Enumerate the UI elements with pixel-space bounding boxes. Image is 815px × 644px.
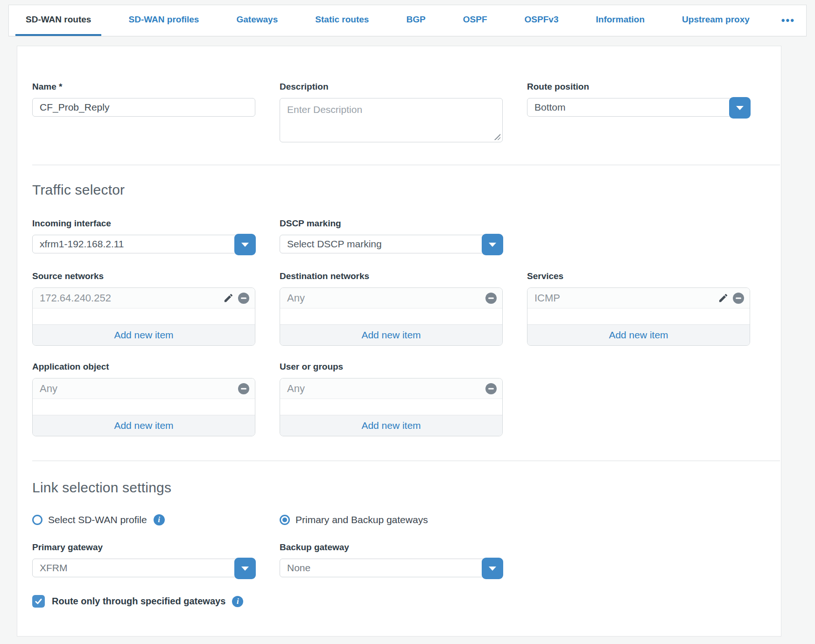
application-object-label: Application object	[32, 362, 255, 372]
tab-bar: SD-WAN routes SD-WAN profiles Gateways S…	[8, 5, 807, 36]
radio-label: Primary and Backup gateways	[295, 514, 428, 525]
destination-networks-listbox: Any Add new item	[280, 287, 503, 346]
source-networks-field-group: Source networks 172.64.240.252 Add new i…	[32, 271, 255, 346]
route-position-select[interactable]: Bottom	[527, 98, 750, 117]
dscp-marking-field-group: DSCP marking Select DSCP marking	[280, 218, 503, 253]
select-value: XFRM	[40, 562, 68, 574]
edit-icon[interactable]	[717, 293, 729, 304]
select-value: Select DSCP marking	[287, 238, 382, 250]
tab-ospf[interactable]: OSPF	[453, 5, 498, 36]
services-label: Services	[527, 271, 750, 281]
list-spacer	[280, 308, 502, 324]
sdwan-route-form: Name * Description Route position Bottom…	[17, 46, 781, 637]
list-item-text: 172.64.240.252	[40, 292, 111, 304]
chevron-down-icon[interactable]	[729, 97, 751, 119]
destination-networks-field-group: Destination networks Any Add new item	[280, 271, 503, 346]
list-item[interactable]: Any	[33, 378, 255, 399]
chevron-down-icon[interactable]	[234, 558, 256, 579]
link-selection-heading: Link selection settings	[32, 480, 749, 496]
incoming-interface-field-group: Incoming interface xfrm1-192.168.2.11	[32, 218, 255, 253]
list-item-text: ICMP	[534, 292, 560, 304]
radio-select-sdwan-profile[interactable]: Select SD-WAN profile i	[32, 514, 255, 525]
tab-sdwan-routes[interactable]: SD-WAN routes	[15, 5, 101, 36]
list-item-text: Any	[287, 383, 305, 395]
chevron-down-icon[interactable]	[482, 558, 503, 579]
radio-primary-backup-gateways[interactable]: Primary and Backup gateways	[280, 514, 503, 525]
source-networks-listbox: 172.64.240.252 Add new item	[32, 287, 255, 346]
application-object-listbox: Any Add new item	[32, 378, 255, 436]
backup-gateway-label: Backup gateway	[280, 542, 503, 553]
tab-upstream-proxy[interactable]: Upstream proxy	[672, 5, 760, 36]
user-or-groups-label: User or groups	[280, 362, 503, 372]
source-networks-label: Source networks	[32, 271, 255, 281]
select-value: None	[287, 562, 310, 574]
list-spacer	[527, 308, 750, 324]
select-value: Bottom	[534, 102, 566, 113]
user-or-groups-listbox: Any Add new item	[280, 378, 503, 436]
list-spacer	[33, 308, 255, 324]
incoming-interface-label: Incoming interface	[32, 218, 255, 229]
list-spacer	[33, 399, 255, 415]
list-item[interactable]: ICMP	[527, 288, 750, 308]
tab-gateways[interactable]: Gateways	[226, 5, 288, 36]
backup-gateway-field-group: Backup gateway None	[280, 542, 503, 577]
route-position-label: Route position	[527, 82, 750, 92]
application-object-field-group: Application object Any Add new item	[32, 362, 255, 436]
radio-selected-icon[interactable]	[280, 515, 290, 525]
remove-icon[interactable]	[733, 293, 744, 304]
incoming-interface-select[interactable]: xfrm1-192.168.2.11	[32, 235, 255, 253]
description-textarea[interactable]	[280, 98, 503, 142]
user-or-groups-field-group: User or groups Any Add new item	[280, 362, 503, 436]
tab-static-routes[interactable]: Static routes	[305, 5, 379, 36]
add-new-item-button[interactable]: Add new item	[527, 324, 750, 345]
remove-icon[interactable]	[485, 383, 497, 394]
edit-icon[interactable]	[223, 293, 234, 304]
list-item-text: Any	[40, 383, 57, 395]
select-value: xfrm1-192.168.2.11	[40, 238, 124, 250]
traffic-selector-heading: Traffic selector	[32, 182, 749, 198]
section-divider	[32, 461, 780, 461]
add-new-item-button[interactable]: Add new item	[33, 415, 255, 436]
services-listbox: ICMP Add new item	[527, 287, 750, 346]
radio-unselected-icon[interactable]	[32, 515, 42, 525]
radio-label: Select SD-WAN profile	[48, 514, 147, 525]
tab-ospfv3[interactable]: OSPFv3	[514, 5, 569, 36]
remove-icon[interactable]	[485, 293, 497, 304]
route-only-checkbox-row[interactable]: Route only through specified gateways i	[32, 595, 749, 608]
info-icon[interactable]: i	[232, 596, 243, 607]
checkbox-label: Route only through specified gateways	[52, 596, 225, 607]
description-field-group: Description	[280, 82, 503, 144]
chevron-down-icon[interactable]	[482, 234, 503, 255]
info-icon[interactable]: i	[154, 514, 165, 525]
name-input[interactable]	[32, 98, 255, 117]
primary-gateway-select[interactable]: XFRM	[32, 559, 255, 577]
tab-bgp[interactable]: BGP	[396, 5, 436, 36]
dscp-marking-label: DSCP marking	[280, 218, 503, 229]
list-item[interactable]: 172.64.240.252	[33, 288, 255, 308]
remove-icon[interactable]	[238, 293, 249, 304]
name-field-group: Name *	[32, 82, 255, 144]
remove-icon[interactable]	[238, 383, 249, 394]
name-label: Name *	[32, 82, 255, 92]
add-new-item-button[interactable]: Add new item	[280, 324, 502, 345]
list-spacer	[280, 399, 502, 415]
list-item[interactable]: Any	[280, 288, 502, 308]
primary-gateway-label: Primary gateway	[32, 542, 255, 553]
list-item-text: Any	[287, 292, 305, 304]
services-field-group: Services ICMP Add new item	[527, 271, 750, 346]
tab-sdwan-profiles[interactable]: SD-WAN profiles	[118, 5, 209, 36]
checkbox-checked-icon[interactable]	[32, 595, 45, 608]
description-label: Description	[280, 82, 503, 92]
chevron-down-icon[interactable]	[234, 234, 256, 255]
backup-gateway-select[interactable]: None	[280, 559, 503, 577]
section-divider	[32, 165, 780, 165]
route-position-field-group: Route position Bottom	[527, 82, 750, 144]
primary-gateway-field-group: Primary gateway XFRM	[32, 542, 255, 577]
add-new-item-button[interactable]: Add new item	[33, 324, 255, 345]
dscp-marking-select[interactable]: Select DSCP marking	[280, 235, 503, 253]
list-item[interactable]: Any	[280, 378, 502, 399]
tab-information[interactable]: Information	[586, 5, 655, 36]
more-tabs-icon[interactable]: •••	[777, 5, 800, 36]
add-new-item-button[interactable]: Add new item	[280, 415, 502, 436]
destination-networks-label: Destination networks	[280, 271, 503, 281]
